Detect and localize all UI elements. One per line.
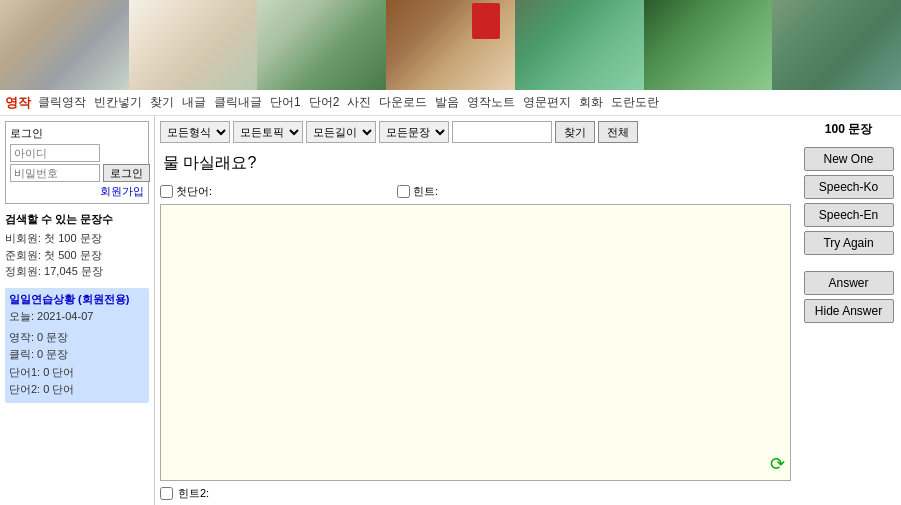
header-image xyxy=(0,0,901,90)
nav-item-writing-notes[interactable]: 영작노트 xyxy=(464,93,518,112)
login-button[interactable]: 로그인 xyxy=(103,164,150,182)
username-input[interactable] xyxy=(10,144,100,162)
new-one-button[interactable]: New One xyxy=(804,147,894,171)
nav-item-chat[interactable]: 도란도란 xyxy=(608,93,662,112)
answer-area[interactable]: ⟳ xyxy=(160,204,791,481)
hint2-row: 힌트2: xyxy=(160,486,791,501)
header-img-3 xyxy=(257,0,386,90)
search-button[interactable]: 찾기 xyxy=(555,121,595,143)
nav-item-conversation[interactable]: 회화 xyxy=(576,93,606,112)
topic-select[interactable]: 모든토픽 xyxy=(233,121,303,143)
speech-ko-button[interactable]: Speech-Ko xyxy=(804,175,894,199)
first-word-option[interactable]: 첫단어: xyxy=(160,184,212,199)
hint2-checkbox[interactable] xyxy=(160,487,173,500)
header-img-2 xyxy=(129,0,258,90)
search-info-associate: 준회원: 첫 500 문장 xyxy=(5,247,149,264)
daily-section: 일일연습상황 (회원전용) 오늘: 2021-04-07 영작: 0 문장 클릭… xyxy=(5,288,149,403)
nav-item-search[interactable]: 찾기 xyxy=(147,93,177,112)
hint2-label: 힌트2: xyxy=(178,486,209,501)
header-img-1 xyxy=(0,0,129,90)
nav-item-download[interactable]: 다운로드 xyxy=(376,93,430,112)
nav-item-word2[interactable]: 단어2 xyxy=(306,93,343,112)
hint-option[interactable]: 힌트: xyxy=(397,184,438,199)
join-link[interactable]: 회원가입 xyxy=(10,184,144,199)
first-word-label: 첫단어: xyxy=(176,184,212,199)
search-info-section: 검색할 수 있는 문장수 비회원: 첫 100 문장 준회원: 첫 500 문장… xyxy=(5,212,149,280)
search-info-nonmember: 비회원: 첫 100 문장 xyxy=(5,230,149,247)
daily-word2: 단어2: 0 단어 xyxy=(9,381,145,399)
hint-checkbox[interactable] xyxy=(397,185,410,198)
answer-button[interactable]: Answer xyxy=(804,271,894,295)
nav-highlight[interactable]: 영작 xyxy=(5,94,31,112)
nav-item-pronunciation[interactable]: 발음 xyxy=(432,93,462,112)
sentence-display: 물 마실래요? xyxy=(160,148,791,179)
nav-item-word1[interactable]: 단어1 xyxy=(267,93,304,112)
nav-item-click-mypost[interactable]: 클릭내글 xyxy=(211,93,265,112)
search-input[interactable] xyxy=(452,121,552,143)
daily-click: 클릭: 0 문장 xyxy=(9,346,145,364)
header-img-6 xyxy=(644,0,773,90)
sidebar: 로그인 로그인 회원가입 검색할 수 있는 문장수 비회원: 첫 100 문장 … xyxy=(0,116,155,505)
nav-item-fill-blank[interactable]: 빈칸넣기 xyxy=(91,93,145,112)
nav-item-photo[interactable]: 사진 xyxy=(344,93,374,112)
try-again-button[interactable]: Try Again xyxy=(804,231,894,255)
daily-stats: 영작: 0 문장 클릭: 0 문장 단어1: 0 단어 단어2: 0 단어 xyxy=(9,329,145,399)
speech-en-button[interactable]: Speech-En xyxy=(804,203,894,227)
options-row: 첫단어: 힌트: xyxy=(160,184,791,199)
refresh-icon[interactable]: ⟳ xyxy=(770,453,785,475)
main-container: 로그인 로그인 회원가입 검색할 수 있는 문장수 비회원: 첫 100 문장 … xyxy=(0,116,901,505)
type-select[interactable]: 모든형식 xyxy=(160,121,230,143)
header-img-4 xyxy=(386,0,515,90)
nav-item-letter[interactable]: 영문편지 xyxy=(520,93,574,112)
all-button[interactable]: 전체 xyxy=(598,121,638,143)
login-title: 로그인 xyxy=(10,126,144,141)
password-input[interactable] xyxy=(10,164,100,182)
content-area: 모든형식 모든토픽 모든길이 모든문장 찾기 전체 물 마실래요? 첫단어: xyxy=(155,116,796,505)
first-word-checkbox[interactable] xyxy=(160,185,173,198)
header-img-7 xyxy=(772,0,901,90)
daily-word1: 단어1: 0 단어 xyxy=(9,364,145,382)
length-select[interactable]: 모든길이 xyxy=(306,121,376,143)
nav-item-click-writing[interactable]: 클릭영작 xyxy=(35,93,89,112)
count-display: 100 문장 xyxy=(825,121,872,138)
sentence-select[interactable]: 모든문장 xyxy=(379,121,449,143)
hint-label: 힌트: xyxy=(413,184,438,199)
daily-date: 오늘: 2021-04-07 xyxy=(9,309,145,324)
hide-answer-button[interactable]: Hide Answer xyxy=(804,299,894,323)
filter-bar: 모든형식 모든토픽 모든길이 모든문장 찾기 전체 xyxy=(160,121,791,143)
daily-writing: 영작: 0 문장 xyxy=(9,329,145,347)
right-panel: 100 문장 New One Speech-Ko Speech-En Try A… xyxy=(796,116,901,505)
search-info-title: 검색할 수 있는 문장수 xyxy=(5,212,149,227)
header-img-5 xyxy=(515,0,644,90)
login-box: 로그인 로그인 회원가입 xyxy=(5,121,149,204)
search-info-regular: 정회원: 17,045 문장 xyxy=(5,263,149,280)
nav-bar: 영작 클릭영작 빈칸넣기 찾기 내글 클릭내글 단어1 단어2 사진 다운로드 … xyxy=(0,90,901,116)
daily-title: 일일연습상황 (회원전용) xyxy=(9,292,145,307)
nav-item-mypost[interactable]: 내글 xyxy=(179,93,209,112)
